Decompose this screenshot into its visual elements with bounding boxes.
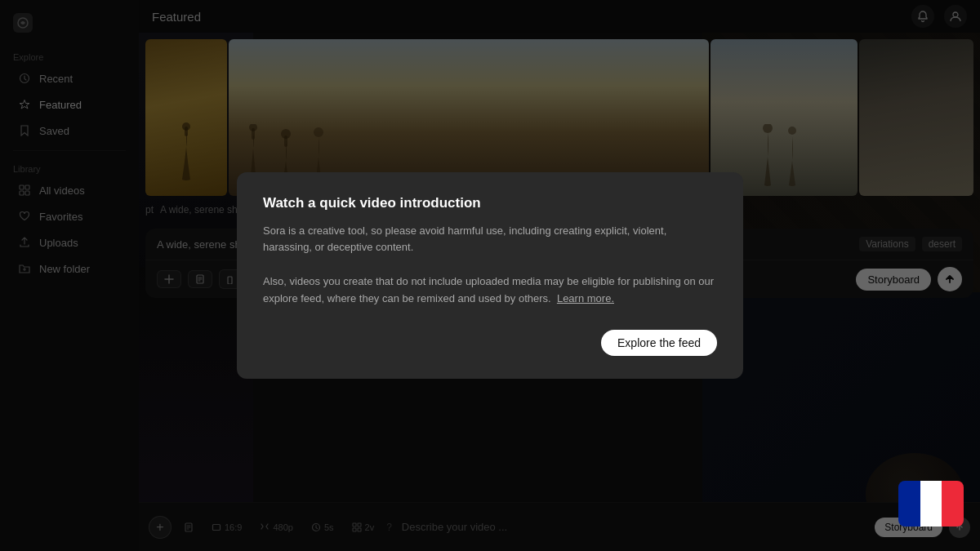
french-flag-overlay xyxy=(898,481,964,527)
modal-title: Watch a quick video introduction xyxy=(263,195,717,211)
flag-red-stripe xyxy=(942,481,964,527)
modal-footer: Explore the feed xyxy=(263,330,717,356)
explore-feed-button[interactable]: Explore the feed xyxy=(601,330,717,356)
modal-body-line2: Also, videos you create that do not incl… xyxy=(263,275,714,304)
modal-overlay: Watch a quick video introduction Sora is… xyxy=(0,0,980,551)
intro-modal: Watch a quick video introduction Sora is… xyxy=(237,172,743,380)
modal-body-line1: Sora is a creative tool, so please avoid… xyxy=(263,224,666,254)
learn-more-link[interactable]: Learn more. xyxy=(557,292,614,304)
flag-white-stripe xyxy=(920,481,942,527)
modal-body: Sora is a creative tool, so please avoid… xyxy=(263,223,717,308)
flag-blue-stripe xyxy=(898,481,920,527)
